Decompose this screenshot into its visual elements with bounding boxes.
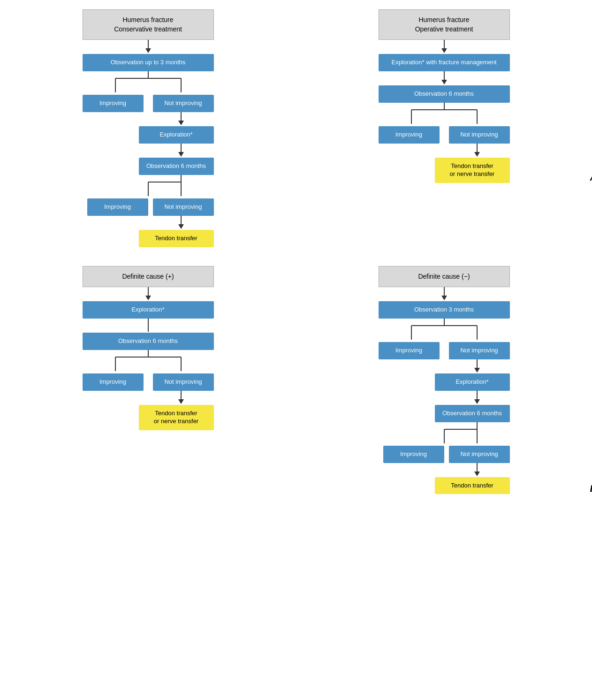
- tendon-nerve-transfer-2: Tendon transfer or nerve transfer: [139, 405, 214, 430]
- branch5-row: Improving Not improving: [379, 342, 510, 359]
- label-a: A: [590, 172, 592, 183]
- not-improving-3: Not improving: [449, 126, 510, 144]
- svg-marker-17: [441, 48, 447, 53]
- label-b: B: [590, 483, 592, 494]
- svg-marker-25: [474, 152, 480, 157]
- arrow10: [379, 359, 510, 373]
- arrow11: [379, 391, 510, 405]
- tendon-transfer-1: Tendon transfer: [139, 230, 214, 247]
- header-definite-neg: Definite cause (−): [379, 266, 510, 288]
- svg-marker-44: [474, 399, 480, 404]
- tendon-transfer-2: Tendon transfer: [435, 477, 510, 495]
- branch4-row: Improving Not improving: [83, 373, 214, 391]
- arrow7: [144, 319, 153, 333]
- not-improving-5: Not improving: [449, 342, 510, 359]
- svg-marker-19: [441, 80, 447, 84]
- fork1-svg: [83, 71, 214, 95]
- arrow-notimproving1: [83, 112, 214, 126]
- svg-marker-9: [178, 152, 184, 157]
- page-container: Humerus fracture Conservative treatment …: [9, 9, 583, 494]
- branch3-row: Improving Not improving: [379, 126, 510, 144]
- not-improving-2: Not improving: [153, 198, 214, 216]
- arrow12: [379, 463, 510, 477]
- obs6-3: Observation 6 months: [83, 333, 214, 350]
- diagram-bottom-left: Definite cause (+) Exploration* Observat…: [9, 266, 287, 430]
- header-conservative: Humerus fracture Conservative treatment: [83, 9, 214, 40]
- arrow1: [144, 40, 153, 54]
- arrow4: [440, 71, 449, 85]
- diagram-top-left: Humerus fracture Conservative treatment …: [9, 9, 287, 247]
- obs3-months-2: Observation 3 months: [379, 301, 510, 319]
- exploration3-container: Exploration*: [379, 373, 510, 391]
- not-improving-1: Not improving: [153, 95, 214, 112]
- not-improving-4: Not improving: [153, 373, 214, 391]
- obs6-1: Observation 6 months: [139, 158, 214, 175]
- exploration-fracture: Exploration* with fracture management: [379, 54, 510, 71]
- outcome2-container: Tendon transfer or nerve transfer: [379, 158, 510, 183]
- improving-2: Improving: [87, 198, 148, 216]
- branch2-row: Improving Not improving: [83, 198, 214, 216]
- outcome4-container: Tendon transfer: [379, 477, 510, 495]
- branch1-row: Improving Not improving: [83, 95, 214, 112]
- obs6-container2: Observation 6 months: [379, 405, 510, 422]
- obs6-2: Observation 6 months: [379, 85, 510, 103]
- svg-marker-42: [474, 368, 480, 373]
- exploration2: Exploration*: [83, 301, 214, 319]
- svg-marker-34: [178, 399, 184, 404]
- improving-5: Improving: [379, 342, 440, 359]
- arrow8: [83, 391, 214, 405]
- outcome3-container: Tendon transfer or nerve transfer: [83, 405, 214, 430]
- branch6-row: Improving Not improving: [379, 446, 510, 463]
- arrow6: [144, 287, 153, 301]
- improving-3: Improving: [379, 126, 440, 144]
- exploration-container1: Exploration*: [83, 126, 214, 144]
- diagram-bottom-right: Definite cause (−) Observation 3 months …: [305, 266, 583, 495]
- arrow-notimproving2: [83, 216, 214, 230]
- outcome1-container: Tendon transfer: [83, 230, 214, 247]
- exploration3: Exploration*: [435, 373, 510, 391]
- fork2-svg: [83, 175, 214, 198]
- header-operative: Humerus fracture Operative treatment: [379, 9, 510, 40]
- improving-1: Improving: [83, 95, 144, 112]
- svg-marker-36: [441, 296, 447, 300]
- diagram-top-right: Humerus fracture Operative treatment Exp…: [305, 9, 583, 183]
- fork5-svg: [379, 319, 510, 342]
- svg-marker-50: [474, 472, 480, 476]
- svg-marker-1: [145, 48, 151, 53]
- fork4-svg: [83, 350, 214, 373]
- svg-marker-27: [145, 296, 151, 300]
- improving-4: Improving: [83, 373, 144, 391]
- header-definite-pos: Definite cause (+): [83, 266, 214, 288]
- improving-6: Improving: [383, 446, 444, 463]
- fork6-svg: [379, 422, 510, 446]
- fork3-svg: [379, 103, 510, 126]
- not-improving-6: Not improving: [449, 446, 510, 463]
- obs-3months: Observation up to 3 months: [83, 54, 214, 71]
- tendon-nerve-transfer-1: Tendon transfer or nerve transfer: [435, 158, 510, 183]
- obs6-container1: Observation 6 months: [83, 158, 214, 175]
- svg-marker-7: [178, 121, 184, 125]
- arrow2: [83, 144, 214, 158]
- arrow5: [379, 144, 510, 158]
- arrow3: [440, 40, 449, 54]
- arrow9: [440, 287, 449, 301]
- svg-marker-15: [178, 224, 184, 229]
- exploration1: Exploration*: [139, 126, 214, 144]
- row-a: Humerus fracture Conservative treatment …: [9, 9, 583, 247]
- row-b: Definite cause (+) Exploration* Observat…: [9, 266, 583, 495]
- obs6-4: Observation 6 months: [435, 405, 510, 422]
